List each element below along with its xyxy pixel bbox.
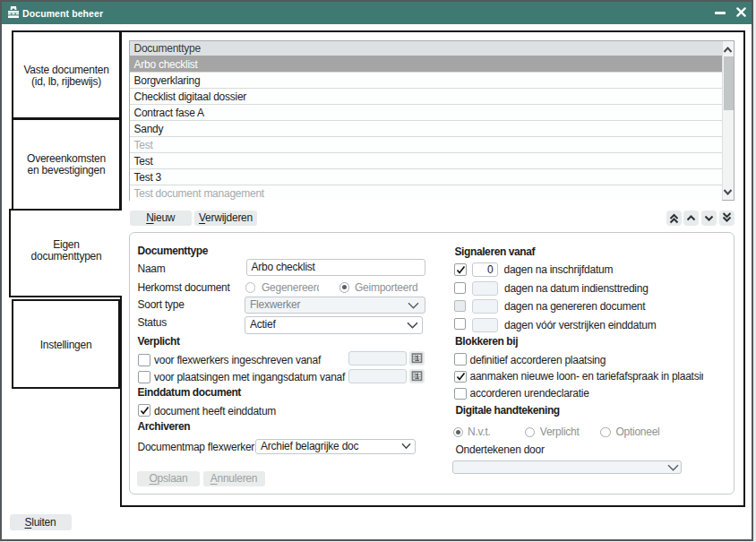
svg-text:1: 1 xyxy=(415,372,419,381)
svg-text:1: 1 xyxy=(415,354,419,363)
